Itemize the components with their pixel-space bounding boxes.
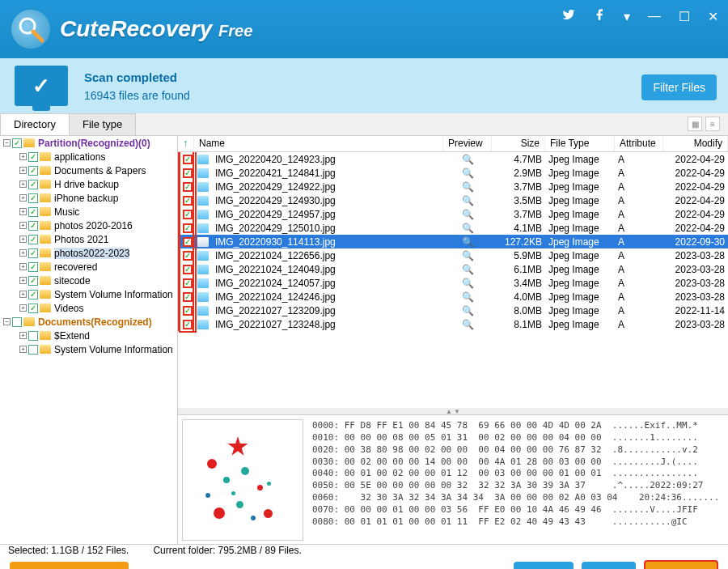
preview-icon[interactable]: 🔍 xyxy=(443,291,492,303)
tree-item[interactable]: +✓Photos 2021 xyxy=(0,232,177,246)
file-row[interactable]: ✓ IMG_20221024_124057.jpg 🔍 3.4MB Jpeg I… xyxy=(178,276,728,290)
tree-partition[interactable]: Partition(Recognized)(0) xyxy=(38,138,150,149)
preview-icon[interactable]: 🔍 xyxy=(443,154,492,165)
tab-file-type[interactable]: File type xyxy=(69,113,136,135)
tree-item[interactable]: +✓Documents & Papers xyxy=(0,163,177,177)
hex-preview: 0000: FF D8 FF E1 00 84 45 78 69 66 00 0… xyxy=(307,415,728,544)
file-row[interactable]: ✓ IMG_20221024_122656.jpg 🔍 5.9MB Jpeg I… xyxy=(178,248,728,262)
tab-directory[interactable]: Directory xyxy=(0,113,70,135)
file-row[interactable]: ✓ IMG_20220429_124922.jpg 🔍 3.7MB Jpeg I… xyxy=(178,180,728,193)
row-checkbox[interactable]: ✓ xyxy=(183,278,193,288)
col-attr[interactable]: Attribute xyxy=(615,136,663,151)
preview-icon[interactable]: 🔍 xyxy=(443,264,492,275)
scan-complete-icon: ✓ xyxy=(15,66,68,106)
menu-dropdown-icon[interactable]: ▾ xyxy=(624,9,630,24)
scroll-up-icon[interactable]: ↑ xyxy=(178,136,194,151)
file-row[interactable]: ✓ IMG_20220420_124923.jpg 🔍 4.7MB Jpeg I… xyxy=(178,152,728,166)
back-button[interactable]: Back xyxy=(582,562,636,569)
row-checkbox[interactable]: ✓ xyxy=(183,223,193,233)
row-checkbox[interactable]: ✓ xyxy=(183,292,193,302)
file-row[interactable]: ✓ IMG_20221027_123209.jpg 🔍 8.0MB Jpeg I… xyxy=(178,304,728,317)
file-list-header: ↑ Name Preview Size File Type Attribute … xyxy=(178,136,728,152)
minimize-icon[interactable]: — xyxy=(648,9,661,23)
tree-item[interactable]: +✓applications xyxy=(0,150,177,163)
home-button[interactable]: Home xyxy=(514,562,573,569)
col-type[interactable]: File Type xyxy=(545,136,615,151)
view-tabs: Directory File type ▦ ≡ xyxy=(0,113,728,136)
row-checkbox[interactable]: ✓ xyxy=(183,306,193,316)
preview-icon[interactable]: 🔍 xyxy=(443,250,492,261)
preview-icon[interactable]: 🔍 xyxy=(443,195,492,206)
row-checkbox[interactable]: ✓ xyxy=(183,182,193,192)
col-preview[interactable]: Preview xyxy=(443,136,492,151)
tree-item[interactable]: +✓recovered xyxy=(0,260,177,274)
titlebar: CuteRecovery Free ▾ — ☐ ✕ xyxy=(0,0,728,58)
preview-icon[interactable]: 🔍 xyxy=(443,236,492,248)
file-icon xyxy=(197,292,209,302)
row-checkbox[interactable]: ✓ xyxy=(183,155,193,164)
row-checkbox[interactable]: ✓ xyxy=(183,168,193,178)
recover-button[interactable]: Recover xyxy=(644,560,718,569)
preview-icon[interactable]: 🔍 xyxy=(443,181,492,193)
file-icon xyxy=(197,196,209,206)
file-list[interactable]: ✓ IMG_20220420_124923.jpg 🔍 4.7MB Jpeg I… xyxy=(178,152,728,408)
preview-pane: 0000: FF D8 FF E1 00 84 45 78 69 66 00 0… xyxy=(178,414,728,544)
pane-splitter[interactable]: ▲ ▼ xyxy=(178,408,728,414)
file-row[interactable]: ✓ IMG_20221024_124246.jpg 🔍 4.0MB Jpeg I… xyxy=(178,290,728,304)
preview-icon[interactable]: 🔍 xyxy=(443,209,492,220)
row-checkbox[interactable]: ✓ xyxy=(183,237,193,247)
tree-item[interactable]: +$Extend xyxy=(0,329,177,342)
tree-item[interactable]: +✓H drive backup xyxy=(0,177,177,191)
file-icon xyxy=(197,210,209,219)
preview-icon[interactable]: 🔍 xyxy=(443,278,492,289)
file-icon xyxy=(197,265,209,274)
save-scan-status-button[interactable]: Save Scan Status xyxy=(10,562,129,569)
action-bar: Save Scan Status Home Back Recover xyxy=(0,558,728,569)
close-icon[interactable]: ✕ xyxy=(708,9,718,24)
file-row[interactable]: ✓ IMG_20220429_124957.jpg 🔍 3.7MB Jpeg I… xyxy=(178,207,728,221)
row-checkbox[interactable]: ✓ xyxy=(183,251,193,261)
file-icon xyxy=(197,223,209,233)
view-list-icon[interactable]: ≡ xyxy=(705,117,720,131)
row-checkbox[interactable]: ✓ xyxy=(183,320,193,329)
preview-icon[interactable]: 🔍 xyxy=(443,223,492,234)
file-icon xyxy=(197,155,209,164)
preview-icon[interactable]: 🔍 xyxy=(443,319,492,330)
file-row[interactable]: ✓ IMG_20220429_125010.jpg 🔍 4.1MB Jpeg I… xyxy=(178,221,728,235)
file-row[interactable]: ✓ IMG_20221027_123248.jpg 🔍 8.1MB Jpeg I… xyxy=(178,317,728,331)
tree-item[interactable]: +✓System Volume Information xyxy=(0,287,177,301)
filter-files-button[interactable]: Filter Files xyxy=(641,74,717,100)
scan-status-text: Scan completed xyxy=(84,70,190,84)
facebook-icon[interactable] xyxy=(593,8,606,24)
file-icon xyxy=(197,251,209,261)
tree-item[interactable]: +✓photos 2020-2016 xyxy=(0,219,177,232)
tree-item[interactable]: +✓iPhone backup xyxy=(0,191,177,205)
maximize-icon[interactable]: ☐ xyxy=(679,9,690,24)
row-checkbox[interactable]: ✓ xyxy=(183,210,193,219)
app-logo-icon xyxy=(11,10,50,49)
twitter-icon[interactable] xyxy=(562,8,575,24)
tree-item[interactable]: +System Volume Information xyxy=(0,342,177,356)
file-icon xyxy=(197,168,209,178)
file-row[interactable]: ✓ IMG_20220930_114113.jpg 🔍 127.2KB Jpeg… xyxy=(178,235,728,248)
tree-item[interactable]: +✓photos2022-2023 xyxy=(0,246,177,260)
view-grid-icon[interactable]: ▦ xyxy=(688,117,702,131)
preview-icon[interactable]: 🔍 xyxy=(443,168,492,179)
col-modify[interactable]: Modify xyxy=(663,136,728,151)
col-name[interactable]: Name xyxy=(194,136,443,151)
preview-thumbnail xyxy=(182,419,303,541)
preview-icon[interactable]: 🔍 xyxy=(443,305,492,316)
file-row[interactable]: ✓ IMG_20220429_124930.jpg 🔍 3.5MB Jpeg I… xyxy=(178,193,728,207)
tree-item[interactable]: +✓Music xyxy=(0,205,177,219)
file-row[interactable]: ✓ IMG_20221024_124049.jpg 🔍 6.1MB Jpeg I… xyxy=(178,262,728,276)
row-checkbox[interactable]: ✓ xyxy=(183,196,193,206)
row-checkbox[interactable]: ✓ xyxy=(183,265,193,274)
scan-status-panel: ✓ Scan completed 16943 files are found F… xyxy=(0,58,728,113)
status-selected: Selected: 1.1GB / 152 Files. xyxy=(8,545,129,558)
directory-tree[interactable]: −✓ Partition(Recognized)(0) +✓applicatio… xyxy=(0,136,178,544)
tree-item[interactable]: +✓sitecode xyxy=(0,274,177,287)
tree-item[interactable]: +✓Videos xyxy=(0,301,177,315)
col-size[interactable]: Size xyxy=(492,136,545,151)
tree-documents[interactable]: Documents(Recognized) xyxy=(38,316,152,328)
file-row[interactable]: ✓ IMG_20220421_124841.jpg 🔍 2.9MB Jpeg I… xyxy=(178,166,728,180)
